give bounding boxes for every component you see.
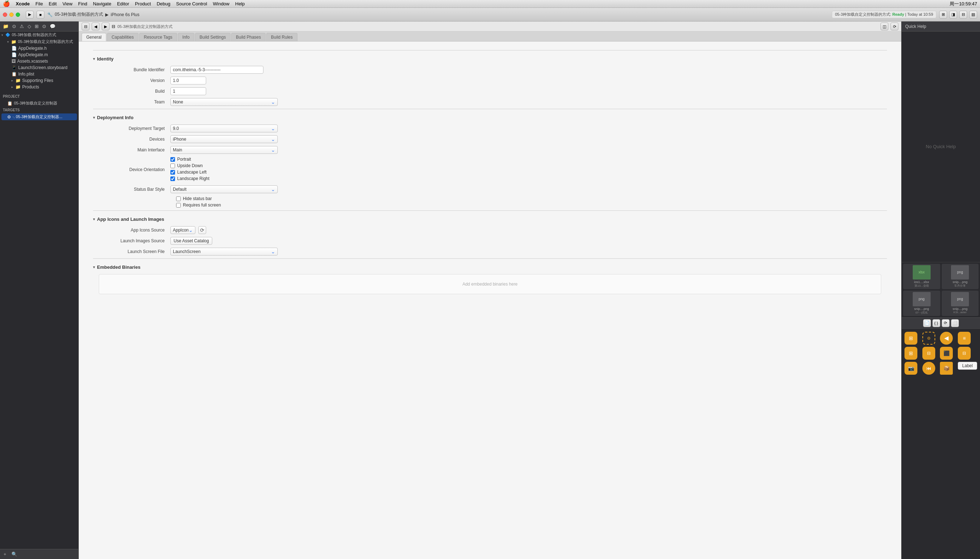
forward-button[interactable]: ▶ xyxy=(102,23,109,30)
app-icons-disclosure-icon[interactable]: ▾ xyxy=(93,217,95,221)
sidebar-search-icon[interactable]: ⊙ xyxy=(12,23,17,30)
add-file-button[interactable]: + xyxy=(2,551,8,557)
layout-btn-3[interactable]: ⊟ xyxy=(959,11,967,18)
obj-tableview[interactable]: ≡ xyxy=(958,332,971,345)
sidebar-project-root[interactable]: ▾ 🔷 05-3种加载·控制器的方式 xyxy=(0,31,78,38)
menu-find[interactable]: Find xyxy=(78,1,87,7)
tab-general[interactable]: General xyxy=(82,33,106,41)
upside-down-checkbox[interactable] xyxy=(170,164,175,168)
tab-capabilities[interactable]: Capabilities xyxy=(107,33,139,41)
editor-refresh-btn[interactable]: ⟳ xyxy=(891,23,898,30)
tab-build-rules[interactable]: Build Rules xyxy=(266,33,297,41)
sidebar-file-assets[interactable]: 🖼 Assets.xcassets xyxy=(0,58,78,64)
embedded-disclosure-icon[interactable]: ▾ xyxy=(93,265,95,269)
landscape-right-label[interactable]: Landscape Right xyxy=(177,176,209,181)
rp-btn-refresh[interactable]: ⟳ xyxy=(942,319,950,327)
sidebar-toggle-icon[interactable]: ⊟ xyxy=(82,23,89,30)
full-screen-checkbox[interactable] xyxy=(176,203,181,208)
menu-file[interactable]: File xyxy=(35,1,43,7)
landscape-right-checkbox[interactable] xyxy=(170,177,175,181)
thumbnail-2[interactable]: png snip....png 车丹分享 xyxy=(942,264,979,289)
sidebar-project-folder[interactable]: ▾ 📁 05-3种加载自定义控制器的方式 xyxy=(0,38,78,45)
fullscreen-button[interactable] xyxy=(16,13,20,17)
team-select[interactable]: None ⌄ xyxy=(170,98,278,106)
sidebar-folder-supporting[interactable]: ▸ 📁 Supporting Files xyxy=(0,77,78,84)
obj-3d[interactable]: 📦 xyxy=(940,362,953,375)
obj-imageview[interactable]: ⬛ xyxy=(940,347,953,360)
status-bar-select[interactable]: Default ⌄ xyxy=(170,185,278,193)
sidebar-bubble-icon[interactable]: 💬 xyxy=(49,23,56,30)
menu-debug[interactable]: Debug xyxy=(157,1,170,7)
portrait-label[interactable]: Portrait xyxy=(177,157,191,162)
menu-source-control[interactable]: Source Control xyxy=(176,1,207,7)
back-button[interactable]: ◀ xyxy=(92,23,99,30)
sidebar-grid-icon[interactable]: ⊞ xyxy=(34,23,40,30)
sidebar-file-info[interactable]: 📋 Info.plist xyxy=(0,71,78,77)
layout-btn-1[interactable]: ⊞ xyxy=(939,11,947,18)
obj-view-controller[interactable]: ⊞ xyxy=(904,332,917,345)
close-button[interactable] xyxy=(3,13,7,17)
menu-xcode[interactable]: Xcode xyxy=(16,1,30,7)
bundle-id-input[interactable] xyxy=(170,66,263,74)
hide-status-checkbox[interactable] xyxy=(176,197,181,201)
build-input[interactable] xyxy=(170,87,206,95)
deployment-disclosure-icon[interactable]: ▾ xyxy=(93,116,95,119)
run-button[interactable]: ▶ xyxy=(26,11,34,18)
thumbnail-4[interactable]: png snip....png KSl...aster xyxy=(942,291,979,316)
app-icons-refresh-button[interactable]: ⟳ xyxy=(198,226,206,234)
obj-back-btn[interactable]: ◀ xyxy=(940,332,953,345)
sidebar-folder-icon[interactable]: 📁 xyxy=(2,23,9,30)
sidebar-folder-products[interactable]: ▸ 📁 Products xyxy=(0,84,78,90)
apple-menu[interactable]: 🍎 xyxy=(3,0,10,7)
stop-button[interactable]: ■ xyxy=(36,11,45,18)
obj-scrollview[interactable]: ⊟ xyxy=(958,347,971,360)
devices-select[interactable]: iPhone ⌄ xyxy=(170,135,278,143)
menu-navigate[interactable]: Navigate xyxy=(93,1,111,7)
app-icons-source-select[interactable]: AppIcon ⌄ xyxy=(170,226,195,234)
upside-down-label[interactable]: Upside Down xyxy=(177,163,203,168)
tab-resource-tags[interactable]: Resource Tags xyxy=(139,33,177,41)
full-screen-label[interactable]: Requires full screen xyxy=(183,203,221,208)
launch-images-catalog-button[interactable]: Use Asset Catalog xyxy=(170,237,212,245)
layout-btn-2[interactable]: ◨ xyxy=(949,11,957,18)
tab-build-phases[interactable]: Build Phases xyxy=(231,33,266,41)
obj-splitview[interactable]: ⊟ xyxy=(922,347,935,360)
menu-view[interactable]: View xyxy=(62,1,72,7)
landscape-left-label[interactable]: Landscape Left xyxy=(177,170,207,175)
obj-storyboard-ref[interactable]: ⊚ xyxy=(922,332,935,345)
rp-btn-grid[interactable]: ⬜ xyxy=(951,319,959,327)
sidebar-file-appdelegate-h[interactable]: 📄 AppDelegate.h xyxy=(0,45,78,51)
sidebar-warning-icon[interactable]: ⚠ xyxy=(19,23,25,30)
menu-product[interactable]: Product xyxy=(135,1,151,7)
menu-editor[interactable]: Editor xyxy=(117,1,129,7)
device-name[interactable]: iPhone 6s Plus xyxy=(111,12,139,17)
rp-btn-code[interactable]: { } xyxy=(932,319,940,327)
editor-view-btn[interactable]: ◫ xyxy=(881,23,888,30)
portrait-checkbox[interactable] xyxy=(170,157,175,162)
obj-media[interactable]: ⏮ xyxy=(922,362,935,375)
tab-build-settings[interactable]: Build Settings xyxy=(195,33,230,41)
layout-btn-4[interactable]: ▤ xyxy=(969,11,977,18)
launch-file-select[interactable]: LaunchScreen ⌄ xyxy=(170,248,278,256)
landscape-left-checkbox[interactable] xyxy=(170,170,175,175)
filter-button[interactable]: 🔍 xyxy=(10,551,18,557)
sidebar-bookmark-icon[interactable]: ◇ xyxy=(27,23,32,30)
thumbnail-1[interactable]: xlsx ios1....xlsx 第13...业绩 xyxy=(903,264,940,289)
obj-collectionview[interactable]: ⊞ xyxy=(904,347,917,360)
sidebar-clock-icon[interactable]: ⊙ xyxy=(41,23,47,30)
identity-disclosure-icon[interactable]: ▾ xyxy=(93,57,95,61)
obj-label[interactable]: Label xyxy=(958,362,977,370)
deployment-target-select[interactable]: 9.0 ⌄ xyxy=(170,124,278,132)
sidebar-target-item[interactable]: ⚙ ·. 05-3种加载自定义控制器... xyxy=(2,113,77,120)
menu-window[interactable]: Window xyxy=(213,1,230,7)
tab-info[interactable]: Info xyxy=(178,33,194,41)
sidebar-file-appdelegate-m[interactable]: 📄 AppDelegate.m xyxy=(0,51,78,58)
sidebar-project-item[interactable]: 📋 05-3种加载自定义控制器 xyxy=(0,100,78,107)
obj-camera[interactable]: 📷 xyxy=(904,362,917,375)
hide-status-label[interactable]: Hide status bar xyxy=(183,196,212,201)
thumbnail-3[interactable]: png snip....png 07···(优化 xyxy=(903,291,940,316)
version-input[interactable] xyxy=(170,76,206,84)
menu-help[interactable]: Help xyxy=(235,1,245,7)
minimize-button[interactable] xyxy=(9,13,13,17)
rp-btn-file[interactable]: 📄 xyxy=(923,319,931,327)
